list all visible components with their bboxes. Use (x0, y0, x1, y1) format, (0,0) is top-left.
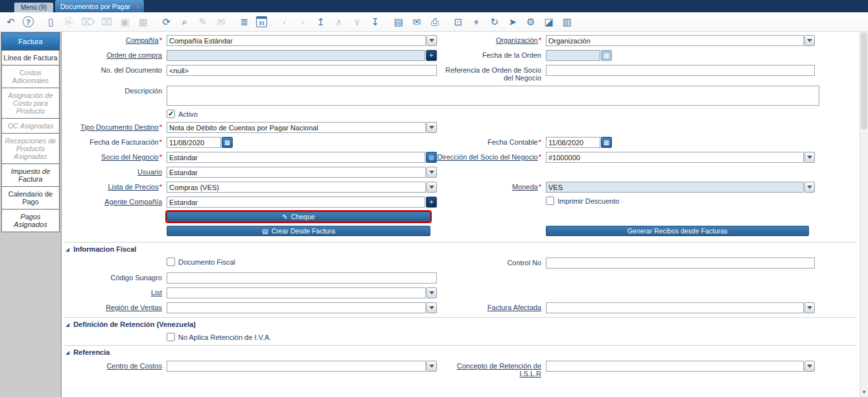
usuario-field[interactable]: Estandar (167, 167, 437, 178)
lista-precios-label[interactable]: Lista de Precios (108, 183, 158, 191)
codigo-sunagro-field[interactable] (167, 272, 437, 283)
chevron-down-icon[interactable] (804, 302, 815, 313)
attachment-icon[interactable]: ✎ (196, 16, 209, 29)
tipo-documento-label[interactable]: Tipo Documento Destino (80, 123, 159, 131)
search-icon[interactable]: ◎ (426, 152, 437, 163)
chevron-down-icon[interactable] (804, 361, 815, 372)
usuario-label[interactable]: Usuario (137, 168, 162, 176)
no-documento-field[interactable]: <null> (167, 65, 437, 76)
chat-icon[interactable]: ✉ (215, 16, 227, 29)
tipo-documento-field[interactable]: Nota de Débito de Cuentas por Pagar Naci… (167, 122, 437, 133)
centro-costos-label[interactable]: Centro de Costos (106, 362, 162, 370)
close-tab-icon[interactable]: × (135, 3, 139, 10)
up-icon[interactable]: ∧ (333, 16, 345, 29)
grid-toggle-icon[interactable]: ≣ (238, 16, 250, 29)
calendar-icon[interactable]: ▦ (601, 137, 612, 148)
record-info-icon[interactable]: ✦ (426, 197, 437, 208)
chevron-down-icon[interactable] (804, 35, 815, 46)
parent-record-icon[interactable]: ↥ (314, 16, 327, 29)
help-icon[interactable]: ? (23, 16, 34, 27)
compania-field[interactable]: Compañía Estándar (167, 35, 437, 46)
moneda-field[interactable]: VES (546, 182, 815, 193)
chevron-down-icon[interactable] (427, 361, 437, 372)
print-preview-icon[interactable]: ▥ (561, 16, 573, 29)
collapse-icon[interactable]: ◢ (65, 322, 69, 328)
lista-precios-field[interactable]: Compras (VES) (167, 182, 437, 193)
vertical-scrollbar[interactable]: ▼ (860, 32, 868, 397)
documento-fiscal-checkbox[interactable] (167, 258, 175, 266)
concepto-islr-field[interactable] (546, 361, 815, 372)
region-ventas-field[interactable] (167, 302, 437, 313)
collapse-icon[interactable]: ◢ (65, 350, 69, 355)
factura-afectada-field[interactable] (546, 302, 815, 313)
sidebar-tab-linea-de-factura[interactable]: Línea de Factura (1, 50, 60, 66)
compania-label[interactable]: Compañía (126, 36, 159, 44)
send-request-icon[interactable]: ➤ (506, 16, 519, 29)
fecha-facturacion-field[interactable]: 11/08/2020 ▦ (167, 137, 437, 148)
collapse-icon[interactable]: ◢ (65, 247, 69, 252)
cheque-button[interactable]: ✎ Cheque (167, 211, 430, 222)
print-icon[interactable]: ⎙ (428, 16, 441, 29)
socio-negocio-field[interactable]: Estándar ◎ (167, 152, 437, 163)
organizacion-label[interactable]: Organización (496, 36, 538, 44)
sidebar-tab-impuesto-de-factura[interactable]: Impuesto de Factura (1, 163, 60, 187)
report-icon[interactable]: ▤ (392, 16, 405, 29)
copy-record-icon[interactable]: ⎘ (63, 16, 75, 29)
undo-icon[interactable]: ↶ (5, 16, 17, 29)
sidebar-tab-calendario-de-pago[interactable]: Calendario de Pago (1, 186, 60, 210)
orden-compra-field[interactable]: ✦ (167, 50, 437, 61)
orden-compra-label[interactable]: Orden de compra (106, 51, 162, 59)
region-ventas-label[interactable]: Región de Ventas (106, 304, 162, 311)
save-create-icon[interactable]: ▦ (137, 16, 149, 29)
document-tab[interactable]: Documentos por Pagar × (55, 0, 144, 12)
imprimir-descuento-checkbox[interactable] (546, 197, 554, 205)
control-no-field[interactable] (546, 258, 815, 269)
sidebar-tab-factura[interactable]: Factura (1, 32, 60, 51)
chevron-down-icon[interactable] (427, 287, 437, 298)
factura-afectada-label[interactable]: Factura Afectada (487, 304, 541, 311)
preferences-icon[interactable]: ⚙ (524, 16, 537, 29)
workflow-icon[interactable]: ↻ (488, 16, 500, 29)
socio-negocio-label[interactable]: Socio del Negocio (101, 153, 159, 161)
detail-record-icon[interactable]: ↧ (369, 16, 381, 29)
chevron-down-icon[interactable] (427, 122, 437, 133)
delete-record-icon[interactable]: ⌦ (81, 16, 95, 29)
archive-icon[interactable]: ✉ (410, 16, 423, 29)
organizacion-field[interactable]: Organización (546, 35, 815, 46)
process-icon[interactable]: ◪ (543, 16, 555, 29)
concepto-islr-label[interactable]: Concepto de Retención de I.S.L.R (457, 362, 541, 378)
save-icon[interactable]: ▣ (119, 16, 131, 29)
previous-record-icon[interactable]: ‹ (278, 16, 290, 29)
chevron-down-icon[interactable] (427, 182, 437, 193)
new-record-icon[interactable]: ▯ (45, 16, 57, 29)
chevron-down-icon[interactable] (427, 167, 437, 178)
chevron-down-icon[interactable] (427, 35, 437, 46)
fecha-contable-field[interactable]: 11/08/2020 ▦ (546, 137, 612, 148)
list-label[interactable]: List (151, 289, 162, 296)
moneda-label[interactable]: Moneda (512, 183, 538, 191)
activo-checkbox[interactable]: ✓ (167, 110, 175, 118)
menu-tab[interactable]: Menú (9) (14, 3, 53, 12)
scrollbar-thumb[interactable] (861, 32, 867, 130)
list-field[interactable] (167, 287, 437, 298)
record-info-icon[interactable]: ✦ (426, 50, 437, 61)
agente-compania-field[interactable]: Estandar ✦ (167, 197, 437, 208)
referencia-orden-field[interactable] (546, 65, 815, 76)
sidebar-tab-pagos-asignados[interactable]: Pagos Asignados (1, 209, 60, 232)
generar-recibos-button[interactable]: Generar Recibos desde Facturas (546, 226, 809, 236)
refresh-icon[interactable]: ⟳ (160, 16, 172, 29)
lock-icon[interactable]: ⊡ (452, 16, 464, 29)
zoom-across-icon[interactable]: ⌖ (470, 16, 482, 29)
direccion-socio-label[interactable]: Dirección del Socio del Negocio (437, 153, 537, 161)
agente-compania-label[interactable]: Agente Compañía (104, 198, 162, 206)
down-icon[interactable]: ∨ (351, 16, 363, 29)
scroll-down-icon[interactable]: ▼ (860, 388, 868, 396)
calendar-icon[interactable]: ▦ (222, 137, 233, 148)
chevron-down-icon[interactable] (427, 302, 437, 313)
calendar-icon[interactable]: 31 (256, 16, 267, 27)
delete-selection-icon[interactable]: ⌧ (100, 16, 113, 29)
descripcion-field[interactable] (167, 86, 819, 106)
crear-desde-factura-button[interactable]: ▤ Crear Desde Factura (167, 226, 430, 236)
no-aplica-iva-checkbox[interactable] (167, 333, 175, 341)
chevron-down-icon[interactable] (804, 152, 815, 163)
